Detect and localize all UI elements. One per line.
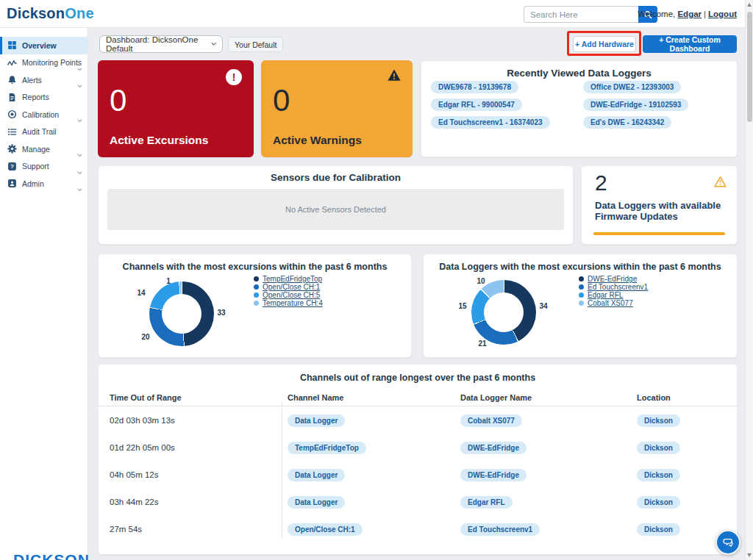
welcome-text: Welcome, [638, 10, 675, 18]
column-header: Channel Name [288, 393, 460, 402]
table-header-row: Time Out of Range Channel Name Data Logg… [99, 389, 737, 406]
top-header: DicksonOne Welcome, Edgar|Logout [0, 0, 753, 28]
chevron-down-icon [77, 182, 82, 195]
sidebar-item-label: Overview [22, 41, 57, 50]
sidebar-item-admin[interactable]: Admin [0, 175, 88, 193]
table-column-divider [282, 402, 282, 539]
search-input[interactable] [524, 6, 638, 23]
legend-item[interactable]: Open/Close CH:5 [254, 291, 323, 299]
donut-value-label: 14 [137, 289, 145, 297]
location-link[interactable]: Dickson [637, 469, 680, 481]
legend-dot [579, 276, 584, 281]
column-header: Time Out of Range [110, 393, 288, 402]
data-logger-link[interactable]: Edgar RFL [460, 496, 513, 509]
warnings-label: Active Warnings [273, 134, 362, 147]
data-logger-link[interactable]: DWE-EdFridge [460, 469, 527, 481]
channel-link[interactable]: Data Logger [288, 469, 345, 481]
document-icon [7, 93, 17, 102]
legend-label: Cobalt XS077 [588, 299, 633, 307]
legend-item[interactable]: TempEdFridgeTop [254, 275, 323, 283]
channels-donut-chart[interactable] [149, 281, 214, 346]
data-logger-link[interactable]: DWE9678 - 19139678 [431, 81, 518, 93]
excursions-label: Active Excursions [110, 134, 208, 147]
legend-dot [254, 301, 259, 306]
chat-icon [721, 536, 735, 550]
data-logger-link[interactable]: Office DWE2 - 12393003 [583, 81, 681, 93]
chart-title: Data Loggers with the most excursions wi… [424, 262, 737, 272]
logo-text-primary: Dickson [7, 5, 65, 21]
scrollbar-thumb[interactable] [747, 12, 752, 122]
sidebar-item-monitoring-points[interactable]: Monitoring Points [0, 54, 88, 72]
data-logger-link[interactable]: Cobalt XS077 [460, 414, 522, 427]
legend-item[interactable]: Temperature CH:4 [254, 299, 323, 307]
calibration-empty-state: No Active Sensors Detected [107, 189, 564, 230]
sidebar-item-reports[interactable]: Reports [0, 89, 88, 107]
scroll-down-arrow[interactable] [747, 553, 752, 557]
legend-label: Open/Close CH:1 [263, 283, 320, 291]
warning-triangle-icon [387, 68, 402, 85]
calibration-card: Sensors due for Calibration No Active Se… [98, 165, 574, 245]
list-icon [7, 127, 17, 137]
legend-item[interactable]: DWE-EdFridge [579, 275, 648, 283]
time-out-of-range-cell: 01d 22h 05m 00s [110, 443, 288, 452]
data-logger-link[interactable]: DWE-EdFridge [460, 442, 527, 454]
excursions-count: 0 [110, 85, 126, 116]
sidebar-item-support[interactable]: ? Support [0, 158, 88, 176]
your-default-badge: Your Default [228, 37, 283, 52]
scroll-up-arrow[interactable] [747, 3, 752, 7]
legend-label: Ed Touchscreenv1 [588, 283, 648, 291]
vertical-scrollbar[interactable] [745, 0, 753, 560]
add-hardware-button[interactable]: + Add Hardware [573, 36, 636, 52]
data-logger-link[interactable]: Edgar RFL - 99000547 [431, 98, 522, 111]
out-of-range-table-card: Channels out of range longest over the p… [98, 364, 738, 555]
sidebar-item-label: Monitoring Points [22, 58, 82, 67]
loggers-donut-chart[interactable] [471, 280, 536, 345]
help-icon: ? [7, 162, 17, 171]
dashboard-selector-value: Dashboard: DicksonOne Default [106, 35, 207, 53]
location-link[interactable]: Dickson [637, 442, 680, 454]
sidebar-item-manage[interactable]: Manage [0, 140, 88, 158]
sidebar-item-alerts[interactable]: Alerts [0, 71, 88, 89]
logo-text-secondary: One [65, 5, 94, 21]
firmware-count: 2 [595, 170, 607, 195]
dashboard-selector[interactable]: Dashboard: DicksonOne Default [99, 35, 223, 53]
channel-link[interactable]: Data Logger [288, 496, 345, 509]
logout-link[interactable]: Logout [708, 10, 737, 18]
legend-item[interactable]: Edgar RFL [579, 291, 648, 299]
channel-link[interactable]: TempEdFridgeTop [288, 442, 366, 454]
location-link[interactable]: Dickson [637, 496, 680, 509]
recently-viewed-card: Recently Viewed Data Loggers DWE9678 - 1… [421, 60, 738, 157]
channel-link[interactable]: Data Logger [288, 414, 345, 427]
firmware-updates-card: 2 Data Loggers with available Firmware U… [581, 165, 738, 245]
data-logger-link[interactable]: Ed Touchscreenv1 - 16374023 [431, 116, 550, 129]
column-header: Data Logger Name [460, 393, 637, 402]
legend-item[interactable]: Ed Touchscreenv1 [579, 283, 648, 291]
data-logger-link[interactable]: DWE-EdFridge - 19102593 [583, 98, 688, 111]
user-link[interactable]: Edgar [677, 10, 702, 18]
legend-dot [579, 292, 584, 298]
sidebar-item-calibration[interactable]: Calibration [0, 106, 88, 123]
legend-dot [254, 292, 259, 298]
chat-fab-button[interactable] [715, 530, 740, 555]
sidebar-nav: Overview Monitoring Points Alerts Report… [0, 28, 88, 560]
data-logger-link[interactable]: Ed's DWE - 16243342 [583, 116, 671, 129]
column-header: Location [637, 393, 737, 402]
welcome-separator: | [704, 10, 706, 18]
data-logger-link[interactable]: Ed Touchscreenv1 [460, 523, 540, 536]
gear-icon [7, 144, 17, 154]
location-link[interactable]: Dickson [637, 414, 680, 427]
legend-item[interactable]: Open/Close CH:1 [254, 283, 323, 291]
create-custom-dashboard-button[interactable]: + Create Custom Dashboard [643, 35, 737, 53]
calibration-empty-message: No Active Sensors Detected [285, 205, 386, 214]
sidebar-item-overview[interactable]: Overview [0, 37, 88, 54]
table-row: 04h 05m 12s Data Logger DWE-EdFridge Dic… [99, 461, 737, 488]
donut-value-label: 33 [217, 309, 225, 317]
table-row: 01d 22h 05m 00s TempEdFridgeTop DWE-EdFr… [99, 434, 737, 461]
location-link[interactable]: Dickson [637, 523, 680, 536]
legend-item[interactable]: Cobalt XS077 [579, 299, 648, 307]
grid-icon [7, 40, 17, 50]
warning-triangle-outline-icon [714, 176, 727, 190]
channel-link[interactable]: Open/Close CH:1 [288, 523, 363, 536]
sidebar-item-audit-trail[interactable]: Audit Trail [0, 123, 88, 141]
legend-dot [579, 284, 584, 290]
